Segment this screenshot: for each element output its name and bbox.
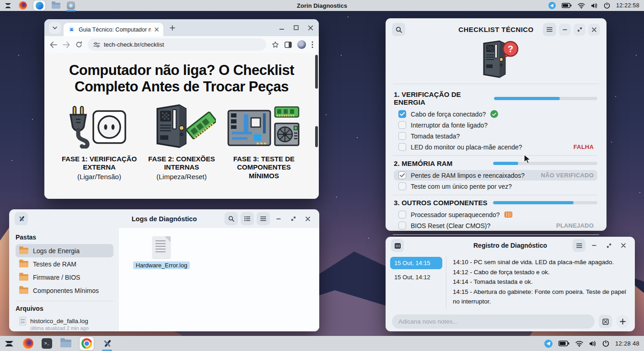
- diagnostic-log-window: Registro de Diagnóstico 15 Out, 14:15 15…: [386, 237, 635, 331]
- taskbar-diagnostics-button[interactable]: [67, 1, 75, 10]
- sidebar-file-historico[interactable]: historico_de_falla.logúltima atualizad 2…: [16, 315, 113, 331]
- site-settings-icon[interactable]: [93, 42, 100, 48]
- log-menu-button[interactable]: [573, 239, 585, 252]
- image-icon: [602, 319, 609, 325]
- checklist-menu-button[interactable]: [543, 23, 556, 36]
- log-date-item[interactable]: 15 Out, 14:12: [390, 271, 442, 283]
- bookmark-star-icon[interactable]: [272, 41, 279, 48]
- page-scrollbar-thumb[interactable]: [315, 55, 318, 89]
- checklist-search-button[interactable]: [392, 23, 405, 36]
- checkbox-unchecked-icon[interactable]: [398, 222, 406, 229]
- checklist-item-row[interactable]: Teste com um único pente por vez?: [394, 181, 597, 191]
- browser-tab[interactable]: Guia Técnico: Computador n: [64, 23, 163, 36]
- files-tools-button[interactable]: [15, 212, 28, 225]
- section-3-progressbar: [493, 201, 597, 204]
- address-bar[interactable]: tech-check.br/checklist: [88, 38, 266, 51]
- dock-files-button[interactable]: [60, 340, 71, 347]
- log-entry: 14:10 - PC sem sinal de vida. LED da pla…: [453, 257, 628, 267]
- checkbox-unchecked-icon[interactable]: [398, 132, 406, 140]
- dock-terminal-button[interactable]: >_: [42, 338, 52, 349]
- sidebar-folder-logs-energia[interactable]: Logs de Energia: [16, 244, 113, 257]
- item-label: Tomada testada?: [411, 133, 460, 140]
- checklist-item-row[interactable]: BIOS Reset (Clear CMOS)? PLANEJADO: [394, 220, 597, 231]
- files-search-button[interactable]: [225, 212, 238, 225]
- power-icon[interactable]: [602, 340, 609, 347]
- checklist-item-row[interactable]: Tomada testada?: [394, 131, 597, 141]
- checkbox-checked-icon[interactable]: [398, 110, 406, 118]
- log-calendar-button[interactable]: [391, 239, 404, 252]
- files-maximize-button[interactable]: [287, 213, 299, 225]
- log-maximize-button[interactable]: [603, 239, 615, 251]
- new-tab-button[interactable]: [170, 25, 175, 31]
- dock-diagnostics-button[interactable]: [102, 339, 112, 349]
- zorin-menu-button[interactable]: [4, 1, 12, 10]
- wifi-icon[interactable]: [578, 3, 585, 9]
- volume-icon[interactable]: [589, 340, 596, 347]
- checkbox-partial-icon[interactable]: [398, 171, 406, 179]
- document-icon: [19, 317, 26, 325]
- article-title: Computador não liga? O Checklist Complet…: [58, 62, 305, 96]
- dock-chrome-button[interactable]: [80, 337, 94, 350]
- checkbox-unchecked-icon[interactable]: [398, 211, 406, 218]
- battery-icon[interactable]: [562, 3, 572, 8]
- file-tile-hardware-error[interactable]: Hardware_Error.log: [136, 236, 187, 269]
- volume-icon[interactable]: [591, 3, 598, 9]
- sidebar-folder-componentes[interactable]: Componentes Mínimos: [16, 284, 113, 297]
- tab-search-button[interactable]: [49, 22, 61, 34]
- item-label: BIOS Reset (Clear CMOS)?: [411, 222, 490, 229]
- checkbox-unchecked-icon[interactable]: [398, 143, 406, 151]
- checkbox-unchecked-icon[interactable]: [398, 182, 406, 190]
- telegram-tray-icon[interactable]: [544, 340, 553, 348]
- attach-image-button[interactable]: [599, 315, 612, 328]
- browser-menu-kebab-icon[interactable]: [311, 41, 313, 48]
- log-minimize-button[interactable]: [588, 239, 600, 251]
- url-text: tech-check.br/checklist: [104, 41, 164, 48]
- page-scrollbar-thumb-2[interactable]: [315, 126, 318, 147]
- dock-firefox-button[interactable]: [23, 338, 33, 349]
- checklist-item-row[interactable]: Interruptor da fonte ligado?: [394, 120, 597, 130]
- checkbox-unchecked-icon[interactable]: [398, 121, 406, 129]
- browser-close-button[interactable]: [308, 25, 313, 31]
- forward-button[interactable]: [63, 42, 70, 48]
- add-note-input[interactable]: [392, 314, 595, 329]
- files-menu-button[interactable]: [257, 212, 270, 225]
- sidebar-folder-firmware-bios[interactable]: Firmware / BIOS: [16, 271, 113, 284]
- taskbar-browser-button[interactable]: [33, 0, 45, 11]
- log-entry: 14:15 - Abertura do gabinete: Fonte com …: [453, 287, 628, 307]
- checklist-item-row[interactable]: Cabo de força conectado?: [394, 109, 597, 119]
- log-close-button[interactable]: [617, 239, 629, 251]
- dock-zorin-menu-button[interactable]: [4, 338, 15, 349]
- taskbar-firefox-button[interactable]: [19, 1, 27, 10]
- checklist-minimize-button[interactable]: [559, 24, 571, 36]
- telegram-tray-icon[interactable]: [548, 2, 556, 9]
- top-panel: Zorin Diagnostics 12:22:58: [0, 0, 644, 11]
- back-button[interactable]: [50, 42, 57, 48]
- browser-minimize-button[interactable]: [279, 25, 284, 31]
- profile-avatar[interactable]: [297, 40, 306, 49]
- battery-icon[interactable]: [558, 340, 569, 346]
- reload-button[interactable]: [75, 41, 82, 48]
- sidebar-folder-testes-ram[interactable]: Testes de RAM: [16, 257, 113, 271]
- browser-maximize-button[interactable]: [294, 25, 299, 30]
- files-view-list-button[interactable]: [241, 212, 254, 225]
- checklist-item-row-hovered[interactable]: Pentes de RAM limpos e reencaixados? NÃO…: [394, 170, 597, 181]
- files-close-button[interactable]: [302, 213, 314, 225]
- files-minimize-button[interactable]: [273, 213, 284, 225]
- file-tile-label: Hardware_Error.log: [133, 261, 190, 269]
- hamburger-icon: [576, 243, 582, 248]
- add-note-button[interactable]: [616, 315, 629, 328]
- folders-heading: Pastas: [16, 234, 113, 241]
- checklist-item-row[interactable]: LED do monitor ou placa-mãe acende? FALH…: [394, 142, 597, 152]
- checklist-maximize-button[interactable]: [574, 24, 585, 36]
- log-entry: 14:12 - Cabo de força testado e ok.: [453, 267, 628, 277]
- log-date-item-selected[interactable]: 15 Out, 14:15: [390, 257, 442, 269]
- checklist-close-button[interactable]: [588, 24, 600, 36]
- checklist-item-row[interactable]: Processador superaquecendo?: [394, 209, 597, 220]
- wifi-icon[interactable]: [575, 340, 583, 347]
- power-icon[interactable]: [604, 2, 610, 9]
- side-panel-icon[interactable]: [284, 42, 292, 48]
- taskbar-files-button[interactable]: [52, 3, 60, 9]
- tab-close-icon[interactable]: [155, 27, 159, 32]
- plus-icon: [620, 319, 626, 324]
- files-window-title: Logs de Diagnóstico: [132, 215, 197, 223]
